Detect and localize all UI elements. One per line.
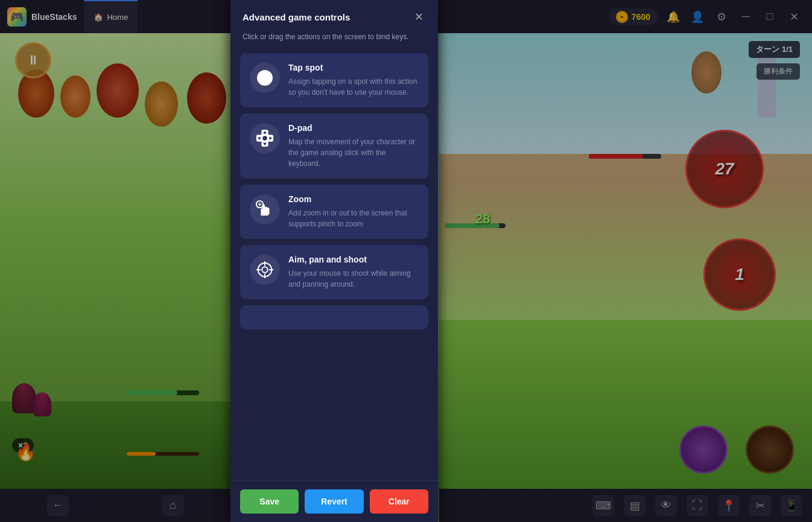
tap-spot-icon [255,68,274,88]
aim-pan-shoot-name: Aim, pan and shoot [288,255,419,264]
zoom-control[interactable]: Zoom Add zoom in or out to the screen th… [240,185,428,239]
zoom-icon [255,200,274,219]
dpad-icon-wrap [250,123,280,153]
svg-point-7 [262,136,267,141]
dialog-title: Advanced game controls [243,12,350,22]
dialog-subtitle: Click or drag the actions on the screen … [230,31,438,51]
dpad-info: D-pad Map the movement of your character… [288,123,419,169]
dpad-desc: Map the movement of your character or th… [288,136,419,169]
tap-spot-desc: Assign tapping on a spot with this actio… [288,76,419,98]
svg-point-13 [262,267,267,272]
aim-icon [255,260,274,279]
aim-icon-wrap [250,255,280,285]
tap-spot-control[interactable]: Tap spot Assign tapping on a spot with t… [240,53,428,107]
zoom-name: Zoom [288,194,419,204]
zoom-info: Zoom Add zoom in or out to the screen th… [288,194,419,229]
svg-point-0 [257,70,273,86]
aim-pan-shoot-desc: Use your mouse to shoot while aiming and… [288,268,419,290]
close-icon: ✕ [414,10,423,24]
advanced-game-controls-dialog: Advanced game controls ✕ Click or drag t… [230,0,438,522]
tap-spot-name: Tap spot [288,63,419,72]
controls-scroll-area[interactable]: Tap spot Assign tapping on a spot with t… [230,51,438,480]
dialog-footer: Save Revert Clear [230,480,438,522]
partial-control-item [240,305,428,329]
dpad-control[interactable]: D-pad Map the movement of your character… [240,113,428,179]
clear-button[interactable]: Clear [370,489,428,514]
dpad-icon [255,129,274,148]
revert-button[interactable]: Revert [305,489,363,514]
tap-spot-icon-wrap [250,63,280,93]
tap-spot-info: Tap spot Assign tapping on a spot with t… [288,63,419,98]
dialog-header: Advanced game controls ✕ [230,0,438,31]
zoom-desc: Add zoom in or out to the screen that su… [288,208,419,229]
aim-pan-shoot-info: Aim, pan and shoot Use your mouse to sho… [288,255,419,290]
save-button[interactable]: Save [240,489,299,514]
dialog-close-button[interactable]: ✕ [411,10,426,24]
dpad-name: D-pad [288,123,419,133]
zoom-icon-wrap [250,194,280,224]
aim-pan-shoot-control[interactable]: Aim, pan and shoot Use your mouse to sho… [240,245,428,299]
